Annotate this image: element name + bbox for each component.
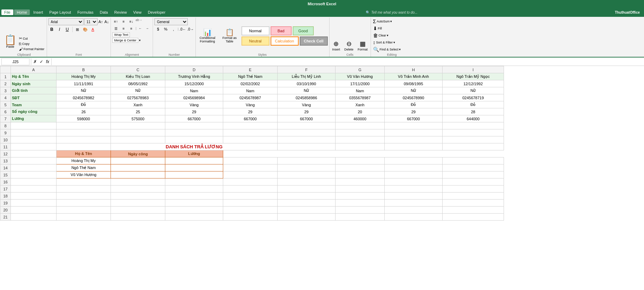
- cell-4-4[interactable]: 0245678987: [223, 94, 278, 101]
- cell-5-5[interactable]: Vàng: [278, 101, 336, 108]
- cell-10-5[interactable]: [278, 136, 336, 143]
- cell-3-2[interactable]: Nữ: [111, 87, 165, 94]
- cell-9-2[interactable]: [111, 129, 165, 136]
- cell-3-4[interactable]: Nam: [223, 87, 278, 94]
- format-button[interactable]: ▦ Format: [356, 39, 369, 52]
- cell-5-3[interactable]: Vàng: [165, 101, 223, 108]
- menu-formulas[interactable]: Formulas: [74, 9, 96, 15]
- col-header-b[interactable]: B: [57, 66, 111, 73]
- row-header-13[interactable]: 13: [0, 157, 11, 164]
- align-top-left-button[interactable]: ≡↑: [112, 18, 119, 25]
- cell-15-0[interactable]: [11, 171, 57, 178]
- cell-8-0[interactable]: [11, 122, 57, 129]
- cell-13-3[interactable]: [165, 157, 223, 164]
- cell-11-1[interactable]: [57, 143, 111, 150]
- row-header-5[interactable]: 5: [0, 101, 11, 108]
- cell-2-4[interactable]: 02/02/2002: [223, 80, 278, 87]
- cell-7-1[interactable]: 598000: [57, 115, 111, 122]
- cell-16-1[interactable]: [57, 178, 111, 186]
- cell-4-6[interactable]: 0355678987: [336, 94, 385, 101]
- cell-10-0[interactable]: [11, 136, 57, 143]
- sort-dropdown[interactable]: ▾: [393, 41, 395, 44]
- cell-6-2[interactable]: 25: [111, 108, 165, 115]
- cell-3-3[interactable]: Nam: [165, 87, 223, 94]
- decrease-font-btn[interactable]: A↓: [104, 19, 109, 24]
- cell-9-6[interactable]: [336, 129, 385, 136]
- menu-insert[interactable]: Insert: [31, 9, 46, 15]
- cell-4-1[interactable]: 0245678982: [57, 94, 111, 101]
- cell-14-0[interactable]: [11, 164, 57, 171]
- cell-21-8[interactable]: [443, 214, 504, 221]
- wrap-text-button[interactable]: Wrap Text: [112, 32, 130, 37]
- cell-12-2[interactable]: Ngày công: [111, 150, 165, 157]
- insert-button[interactable]: ⊕ Insert: [331, 39, 342, 52]
- cell-17-6[interactable]: [336, 186, 385, 193]
- cell-8-2[interactable]: [111, 122, 165, 129]
- row-header-9[interactable]: 9: [0, 129, 11, 136]
- cell-15-2[interactable]: [111, 171, 165, 178]
- search-bar[interactable]: 🔍 Tell me what you want to do...: [366, 11, 418, 14]
- cell-2-2[interactable]: 08/05/1992: [111, 80, 165, 87]
- cell-6-1[interactable]: 26: [57, 108, 111, 115]
- cell-20-1[interactable]: [57, 207, 111, 214]
- cell-12-3[interactable]: Lương: [165, 150, 223, 157]
- cell-12-5[interactable]: [278, 150, 336, 157]
- font-color-button[interactable]: A: [89, 26, 97, 33]
- cell-8-4[interactable]: [223, 122, 278, 129]
- col-header-d[interactable]: D: [165, 66, 223, 73]
- cell-13-8[interactable]: [443, 157, 504, 164]
- row-header-11[interactable]: 11: [0, 143, 11, 150]
- menu-view[interactable]: View: [131, 9, 145, 15]
- cell-10-4[interactable]: [223, 136, 278, 143]
- clear-dropdown[interactable]: ▾: [387, 34, 389, 37]
- comma-button[interactable]: ,: [170, 26, 177, 32]
- delete-button[interactable]: ⊖ Delete: [343, 39, 355, 52]
- cell-2-0[interactable]: Ngày sinh: [11, 80, 57, 87]
- row-header-14[interactable]: 14: [0, 164, 11, 171]
- cell-20-8[interactable]: [443, 207, 504, 214]
- cell-2-6[interactable]: 17/11/2000: [336, 80, 385, 87]
- cell-20-2[interactable]: [111, 207, 165, 214]
- format-as-table-button[interactable]: 📋 Format as Table: [219, 27, 240, 44]
- cell-11-0[interactable]: [11, 143, 57, 150]
- cell-17-2[interactable]: [111, 186, 165, 193]
- cell-3-5[interactable]: Nữ: [278, 87, 336, 94]
- cell-6-5[interactable]: 29: [278, 108, 336, 115]
- row-header-21[interactable]: 21: [0, 214, 11, 221]
- cell-reference-input[interactable]: [1, 58, 29, 65]
- cell-19-3[interactable]: [165, 200, 223, 207]
- format-painter-button[interactable]: 🖌 Format Painter: [18, 47, 45, 52]
- font-size-select[interactable]: 11: [84, 18, 98, 25]
- cell-10-2[interactable]: [111, 136, 165, 143]
- cell-11-8[interactable]: [443, 143, 504, 150]
- cell-14-3[interactable]: [165, 164, 223, 171]
- copy-button[interactable]: ⎘ Copy: [18, 41, 45, 46]
- row-header-12[interactable]: 12: [0, 150, 11, 157]
- cell-14-7[interactable]: [385, 164, 443, 171]
- cell-8-3[interactable]: [165, 122, 223, 129]
- row-header-15[interactable]: 15: [0, 171, 11, 178]
- cell-16-5[interactable]: [278, 178, 336, 186]
- cell-21-1[interactable]: [57, 214, 111, 221]
- cell-1-2[interactable]: Kiều Thị Loan: [111, 73, 165, 80]
- fill-color-button[interactable]: 🎨: [82, 26, 89, 33]
- border-button[interactable]: ⊞: [74, 26, 81, 33]
- cell-21-5[interactable]: [278, 214, 336, 221]
- cell-11-6[interactable]: [336, 143, 385, 150]
- cell-12-4[interactable]: [223, 150, 278, 157]
- cell-17-0[interactable]: [11, 186, 57, 193]
- menu-file[interactable]: File: [1, 9, 13, 15]
- cell-21-4[interactable]: [223, 214, 278, 221]
- cell-5-4[interactable]: Vàng: [223, 101, 278, 108]
- autosum-dropdown[interactable]: ▾: [390, 20, 392, 23]
- cell-2-3[interactable]: 15/12/2000: [165, 80, 223, 87]
- cell-10-3[interactable]: [165, 136, 223, 143]
- number-format-select[interactable]: General: [154, 18, 188, 25]
- cell-11-2[interactable]: DANH SÁCH TRẢ LƯƠNG: [111, 143, 278, 150]
- cell-15-6[interactable]: [336, 171, 385, 178]
- row-header-8[interactable]: 8: [0, 122, 11, 129]
- fill-button[interactable]: ⬇ Fill: [372, 25, 412, 32]
- cell-19-0[interactable]: [11, 200, 57, 207]
- cell-19-2[interactable]: [111, 200, 165, 207]
- cell-20-5[interactable]: [278, 207, 336, 214]
